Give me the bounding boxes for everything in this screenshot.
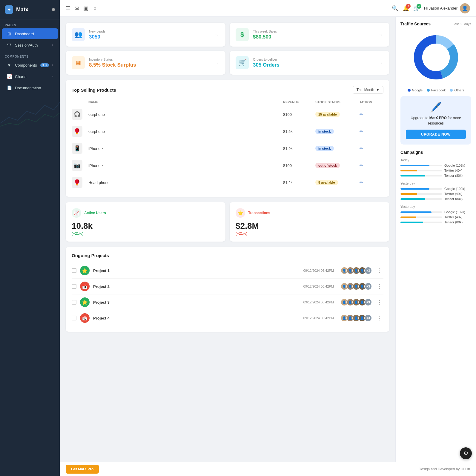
projects-rows: ⭐ Project 1 09/12/2024 06:42PM 👤👤👤👤+3 ⋮ … (72, 263, 383, 326)
chevron-down-icon: ▼ (376, 88, 380, 92)
orders-label: Orders to deliver (253, 58, 374, 61)
edit-action[interactable]: ✏ (360, 146, 383, 151)
get-pro-button[interactable]: Get MatX Pro (66, 465, 99, 474)
product-name: earphone (88, 112, 281, 117)
window-icon[interactable]: ▣ (83, 5, 88, 12)
campaign-group: Today Google (102k) Twitter (40k) Tensor… (400, 158, 471, 177)
project-name: Project 4 (93, 316, 300, 320)
campaign-bar-label: Tensor (80k) (444, 220, 471, 224)
others-label: Others (454, 88, 464, 92)
upgrade-icon: 🖊️ (406, 102, 466, 113)
campaign-bar-label: Twitter (40k) (444, 215, 471, 219)
stat-card-new-leads: 👥 New Leads 3050 → (66, 23, 225, 47)
edit-icon[interactable]: ✏ (360, 180, 363, 185)
campaign-period: Yesterday (400, 182, 471, 185)
product-thumb: 🥊 (72, 126, 82, 137)
edit-action[interactable]: ✏ (360, 129, 383, 134)
avatar-more: +3 (364, 282, 372, 290)
sidebar-item-documentation[interactable]: 📄 Documentation (2, 82, 58, 93)
heart-icon: ♥ (7, 63, 12, 67)
upgrade-button[interactable]: UPGRADE NOW (406, 130, 466, 139)
product-name: iPhone x (88, 163, 281, 168)
list-item: 📅 Project 4 09/12/2024 06:42PM 👤👤👤👤+3 ⋮ (72, 310, 383, 326)
traffic-title: Traffic Sources (400, 22, 431, 26)
edit-action[interactable]: ✏ (360, 180, 383, 185)
search-icon[interactable]: 🔍 (392, 5, 398, 12)
campaign-bar-label: Twitter (40k) (444, 169, 471, 172)
month-filter-button[interactable]: This Month ▼ (353, 86, 383, 94)
campaign-bar-label: Google (102k) (444, 210, 471, 214)
active-users-label: Active Users (84, 211, 106, 215)
product-thumb: 🥊 (72, 177, 82, 188)
edit-icon[interactable]: ✏ (360, 146, 363, 151)
content-area: 👥 New Leads 3050 → $ This week Sales $80… (60, 17, 476, 462)
campaign-bar-row: Google (102k) (400, 210, 471, 214)
campaigns-title: Campaigns (400, 150, 471, 155)
leads-arrow[interactable]: → (214, 32, 219, 38)
product-thumb: 📷 (72, 160, 82, 171)
project-date: 09/12/2024 06:42PM (303, 269, 334, 272)
orders-value: 305 Orders (253, 62, 374, 68)
sales-arrow[interactable]: → (378, 32, 383, 38)
legend-facebook: Facebook (427, 88, 446, 92)
campaign-bar-row: Google (102k) (400, 164, 471, 167)
sidebar-item-dashboard[interactable]: ⊞ Dashboard (2, 28, 58, 39)
project-checkbox[interactable] (72, 316, 76, 320)
upgrade-text-before: Upgrade to (411, 116, 429, 120)
campaign-bar-fill (400, 165, 429, 166)
transactions-icon: ⭐ (236, 208, 245, 218)
inventory-label: Inventory Status (89, 58, 210, 61)
project-more-button[interactable]: ⋮ (376, 283, 383, 290)
edit-icon[interactable]: ✏ (360, 112, 363, 117)
project-avatars: 👤👤👤👤+3 (340, 314, 372, 322)
user-greeting: Hi Jason Alexander (424, 6, 457, 10)
campaign-bar-row: Twitter (40k) (400, 192, 471, 196)
edit-action[interactable]: ✏ (360, 163, 383, 168)
project-icon: ⭐ (80, 297, 90, 307)
cart-button[interactable]: 🛒 4 (413, 5, 420, 12)
mail-icon[interactable]: ✉ (75, 5, 79, 12)
product-status: in stock (315, 129, 357, 134)
inventory-arrow[interactable]: → (214, 60, 219, 66)
campaign-bar-fill (400, 198, 425, 200)
project-checkbox[interactable] (72, 268, 76, 273)
project-checkbox[interactable] (72, 300, 76, 305)
sidebar-item-label: Dashboard (15, 32, 53, 36)
orders-arrow[interactable]: → (378, 60, 383, 66)
transactions-card: ⭐ Transactions $2.8M (+21%) (230, 202, 389, 242)
leads-label: New Leads (89, 30, 210, 33)
product-name: Head phone (88, 180, 281, 185)
logo-icon: ✦ (5, 5, 13, 14)
sales-icon: $ (236, 28, 249, 41)
products-title: Top Selling Products (72, 87, 116, 93)
menu-icon[interactable]: ☰ (66, 5, 70, 12)
edit-icon[interactable]: ✏ (360, 163, 363, 168)
user-profile[interactable]: Hi Jason Alexander 👤 (424, 3, 470, 13)
star-icon[interactable]: ☆ (93, 5, 97, 12)
edit-icon[interactable]: ✏ (360, 129, 363, 134)
settings-fab[interactable]: ⚙ (460, 447, 472, 459)
project-more-button[interactable]: ⋮ (376, 299, 383, 305)
sidebar-item-charts[interactable]: 📈 Charts › (2, 71, 58, 82)
product-thumb: 📱 (72, 143, 82, 154)
campaign-bar-row: Tensor (80k) (400, 197, 471, 201)
campaign-bar-track (400, 170, 442, 171)
campaign-bar-track (400, 216, 442, 218)
filter-label: This Month (357, 88, 374, 92)
product-status: in stock (315, 146, 357, 151)
campaign-bar-label: Google (102k) (444, 164, 471, 167)
sidebar-item-session-auth[interactable]: 🛡 Session/Auth › (2, 40, 58, 50)
notification-button[interactable]: 🔔 3 (403, 5, 409, 12)
project-more-button[interactable]: ⋮ (376, 315, 383, 321)
project-date: 09/12/2024 06:42PM (303, 316, 334, 320)
product-revenue: $1.5k (283, 129, 313, 134)
edit-action[interactable]: ✏ (360, 112, 383, 117)
campaign-bar-row: Google (102k) (400, 187, 471, 191)
campaign-period: Yesterday (400, 205, 471, 208)
product-revenue: $1.9k (283, 146, 313, 151)
sidebar: ✦ Matx PAGES ⊞ Dashboard 🛡 Session/Auth … (0, 0, 60, 476)
project-more-button[interactable]: ⋮ (376, 267, 383, 274)
main-area: ☰ ✉ ▣ ☆ 🔍 🔔 3 🛒 4 Hi Jason Alexander 👤 (60, 0, 476, 476)
sidebar-item-components[interactable]: ♥ Components 30+ › (2, 60, 58, 70)
project-checkbox[interactable] (72, 284, 76, 289)
